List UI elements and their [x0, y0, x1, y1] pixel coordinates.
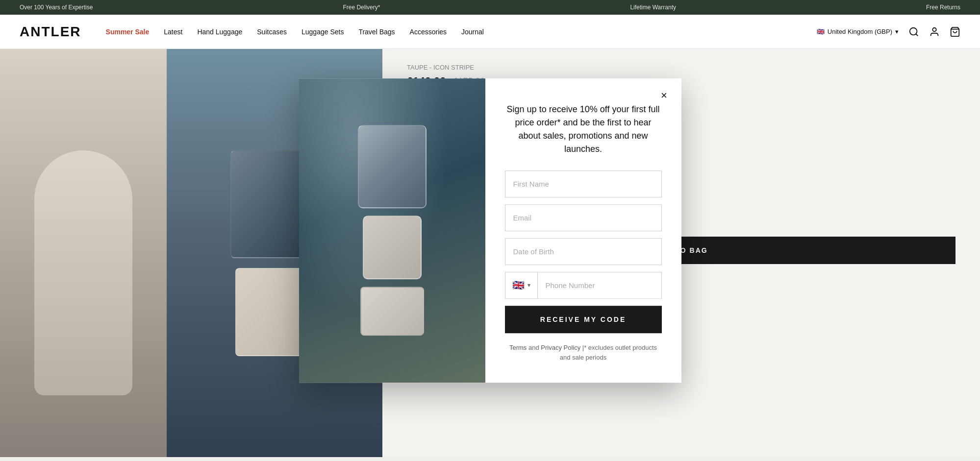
banner-expertise: Over 100 Years of Expertise [20, 4, 93, 11]
modal-suitcase-dark [358, 125, 427, 209]
nav: Summer Sale Latest Hand Luggage Suitcase… [106, 28, 817, 36]
person-area [0, 49, 167, 457]
dob-input[interactable] [505, 238, 662, 265]
uk-flag-icon: 🇬🇧 [817, 28, 825, 35]
modal-image-side [299, 78, 485, 383]
nav-suitcases[interactable]: Suitcases [257, 28, 287, 36]
header: ANTLER Summer Sale Latest Hand Luggage S… [0, 15, 980, 49]
main-content: TAUPE - ICON STRIPE £140.00 £175.00 3 pa… [0, 49, 980, 457]
logo[interactable]: ANTLER [20, 24, 81, 40]
email-input[interactable] [505, 204, 662, 231]
modal-footer: Terms and Privacy Policy |* excludes out… [505, 343, 662, 364]
product-tag: TAUPE - ICON STRIPE [407, 64, 955, 71]
svg-point-0 [910, 27, 917, 35]
privacy-link[interactable]: Privacy Policy [541, 344, 580, 351]
top-banner: Over 100 Years of Expertise Free Deliver… [0, 0, 980, 15]
account-icon[interactable] [929, 26, 940, 37]
phone-chevron-icon: ▾ [528, 282, 530, 289]
banner-warranty: Lifetime Warranty [630, 4, 676, 11]
phone-country-selector[interactable]: 🇬🇧 ▾ [505, 272, 538, 298]
phone-input[interactable] [538, 272, 661, 298]
bag-icon[interactable] [950, 26, 960, 37]
region-selector[interactable]: 🇬🇧 United Kingdom (GBP) ▾ [817, 28, 899, 35]
close-button[interactable]: × [657, 88, 672, 103]
first-name-input[interactable] [505, 170, 662, 197]
nav-travel-bags[interactable]: Travel Bags [358, 28, 395, 36]
nav-hand-luggage[interactable]: Hand Luggage [197, 28, 242, 36]
terms-link[interactable]: Terms [509, 344, 527, 351]
modal-form-side: × Sign up to receive 10% off your first … [485, 78, 681, 383]
banner-delivery: Free Delivery* [343, 4, 380, 11]
modal-suitcase-light [363, 216, 422, 280]
header-right: 🇬🇧 United Kingdom (GBP) ▾ [817, 26, 960, 37]
svg-line-1 [916, 34, 918, 36]
region-label: United Kingdom (GBP) [828, 28, 892, 35]
person-silhouette [34, 150, 132, 395]
modal-headline: Sign up to receive 10% off your first fu… [505, 103, 662, 156]
nav-summer-sale[interactable]: Summer Sale [106, 28, 150, 36]
nav-luggage-sets[interactable]: Luggage Sets [302, 28, 344, 36]
chevron-down-icon: ▾ [895, 28, 899, 35]
nav-latest[interactable]: Latest [164, 28, 182, 36]
modal-bag-visual [299, 78, 485, 383]
phone-flag-icon: 🇬🇧 [512, 279, 525, 291]
nav-journal[interactable]: Journal [461, 28, 484, 36]
modal-bag [360, 287, 424, 336]
banner-returns: Free Returns [926, 4, 960, 11]
phone-field-wrapper: 🇬🇧 ▾ [505, 272, 662, 299]
svg-point-2 [932, 27, 936, 31]
signup-modal: × Sign up to receive 10% off your first … [299, 78, 681, 383]
search-icon[interactable] [908, 26, 919, 37]
receive-code-button[interactable]: RECEIVE MY CODE [505, 306, 662, 333]
nav-accessories[interactable]: Accessories [410, 28, 447, 36]
